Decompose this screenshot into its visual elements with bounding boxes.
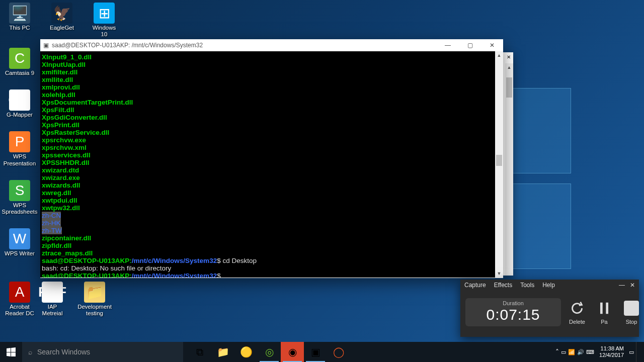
terminal-icon: ▣ — [43, 42, 49, 49]
show-desktop[interactable] — [636, 342, 640, 362]
windows-icon: ⊞ — [94, 3, 115, 24]
notifications-icon[interactable]: ▭ — [629, 349, 634, 355]
maximize-button[interactable]: ▢ — [459, 39, 481, 51]
gmapper-icon: GM — [9, 89, 30, 111]
duration-label: Duration — [465, 300, 561, 306]
battery-icon[interactable]: ▭ — [561, 349, 566, 355]
label: This PC — [10, 25, 30, 31]
date: 12/4/2017 — [599, 352, 624, 358]
desktop-icon-wps-spreadsheets[interactable]: S WPS Spreadsheets — [4, 180, 35, 215]
scroll-up-icon[interactable]: ▲ — [495, 51, 503, 59]
label: IAP Metreial — [37, 304, 68, 317]
desktop-icon-devtest[interactable]: 📁 Development testing — [79, 282, 110, 317]
menu-capture[interactable]: Capture — [464, 282, 486, 289]
label: G-Mapper — [7, 112, 33, 118]
writer-icon: W — [9, 228, 30, 249]
label: Acrobat Reader DC — [4, 304, 35, 317]
recorder-panel: Capture Effects Tools Help — ✕ Duration … — [460, 280, 639, 337]
acrobat-icon: A — [9, 282, 30, 303]
keyboard-icon[interactable]: ⌨ — [586, 349, 594, 355]
spreadsheet-icon: S — [9, 180, 30, 201]
folder-icon: 📁 — [84, 282, 105, 303]
label: Camtasia 9 — [5, 70, 34, 76]
recorder-button[interactable]: ◉ — [281, 342, 304, 362]
camtasia-icon: C — [9, 48, 30, 69]
scrollbar[interactable]: ▲ ▼ — [495, 51, 503, 278]
desktop-icon-acrobat[interactable]: A Acrobat Reader DC — [4, 282, 35, 317]
desktop-icon-iap[interactable]: PDF IAP Metreial — [37, 282, 68, 317]
scrollbar[interactable]: ▲ — [505, 63, 513, 276]
scroll-down-icon[interactable]: ▼ — [495, 269, 503, 278]
desktop-icon-windows10[interactable]: ⊞ Windows 10 — [89, 3, 120, 38]
desktop-row2: PDF IAP Metreial 📁 Development testing — [37, 282, 110, 317]
scroll-thumb[interactable] — [496, 155, 502, 166]
label: Windows 10 — [89, 25, 120, 38]
desktop-icon-gmapper[interactable]: GM G-Mapper — [4, 89, 35, 118]
close-button[interactable]: ✕ — [481, 39, 503, 51]
windows-icon — [7, 347, 16, 356]
tray-expand-icon[interactable]: ˄ — [555, 348, 559, 356]
minimize-button[interactable]: — — [437, 39, 459, 51]
terminal-body[interactable]: XInput9_1_0.dllXInputUap.dllxmlfilter.dl… — [40, 51, 503, 278]
menu-effects[interactable]: Effects — [494, 282, 512, 289]
desktop-col: C Camtasia 9 GM G-Mapper P WPS Presentat… — [4, 48, 35, 257]
search-box[interactable]: ⌕ Search Windows — [22, 342, 183, 362]
system-tray: ˄ ▭ 📶 🔊 ⌨ 11:38 AM 12/4/2017 ▭ — [555, 342, 644, 362]
label: Development testing — [77, 304, 112, 317]
start-button[interactable] — [0, 342, 22, 362]
clock[interactable]: 11:38 AM 12/4/2017 — [596, 345, 627, 358]
wifi-icon[interactable]: 📶 — [568, 349, 575, 355]
presentation-icon: P — [9, 131, 30, 152]
desktop-icon-eagleget[interactable]: 🦅 EagleGet — [46, 3, 77, 38]
chrome-button[interactable]: 🟡 — [234, 342, 258, 362]
pdf-icon: PDF — [42, 282, 63, 303]
desktop-icon-camtasia[interactable]: C Camtasia 9 — [4, 48, 35, 76]
refresh-icon — [569, 300, 586, 317]
recorder-menu: Capture Effects Tools Help — ✕ — [460, 280, 639, 291]
pause-icon — [596, 300, 613, 317]
desktop: 🖥️ This PC 🦅 EagleGet ⊞ Windows 10 — [4, 3, 135, 38]
titlebar[interactable]: ▣ saad@DESKTOP-U013AKP: /mnt/c/Windows/S… — [40, 39, 503, 51]
desktop-icon-wps-writer[interactable]: W WPS Writer — [4, 228, 35, 257]
close-button[interactable]: ✕ — [630, 282, 635, 289]
stop-button[interactable]: Stop — [620, 300, 642, 325]
close-icon[interactable]: ✕ — [504, 52, 513, 61]
desktop-icon-thispc[interactable]: 🖥️ This PC — [4, 3, 35, 38]
menu-help[interactable]: Help — [542, 282, 555, 289]
label: WPS Writer — [5, 250, 35, 257]
label: EagleGet — [50, 25, 74, 31]
time: 11:38 AM — [599, 345, 624, 352]
search-placeholder: Search Windows — [37, 348, 90, 356]
menu-tools[interactable]: Tools — [520, 282, 534, 289]
eagle-icon: 🦅 — [51, 3, 72, 24]
duration-value: 0:07:15 — [465, 306, 561, 323]
wallpaper-accent — [511, 88, 641, 269]
ubuntu-button[interactable]: ◯ — [327, 342, 350, 362]
terminal-button[interactable]: ▣ — [304, 342, 327, 362]
task-icons: ⧉ 📁 🟡 ◎ ◉ ▣ ◯ — [188, 342, 350, 362]
label: WPS Spreadsheets — [2, 202, 38, 215]
file-explorer-button[interactable]: 📁 — [211, 342, 234, 362]
minimize-button[interactable]: — — [619, 282, 625, 289]
taskbar: ⌕ Search Windows ⧉ 📁 🟡 ◎ ◉ ▣ ◯ ˄ ▭ 📶 🔊 ⌨… — [0, 342, 644, 362]
scroll-thumb[interactable] — [506, 77, 512, 98]
duration-box: Duration 0:07:15 — [465, 298, 561, 326]
window-title: saad@DESKTOP-U013AKP: /mnt/c/Windows/Sys… — [52, 42, 203, 49]
pause-button[interactable]: Pa — [593, 300, 615, 325]
camtasia-button[interactable]: ◎ — [258, 342, 281, 362]
terminal-window: ▣ saad@DESKTOP-U013AKP: /mnt/c/Windows/S… — [40, 39, 503, 278]
task-view-button[interactable]: ⧉ — [188, 342, 211, 362]
volume-icon[interactable]: 🔊 — [577, 349, 584, 355]
search-icon: ⌕ — [28, 348, 32, 356]
monitor-icon: 🖥️ — [9, 3, 30, 24]
delete-button[interactable]: Delete — [566, 300, 588, 325]
stop-icon — [623, 300, 640, 317]
desktop-icon-wps-presentation[interactable]: P WPS Presentation — [4, 131, 35, 166]
label: WPS Presentation — [4, 153, 36, 166]
